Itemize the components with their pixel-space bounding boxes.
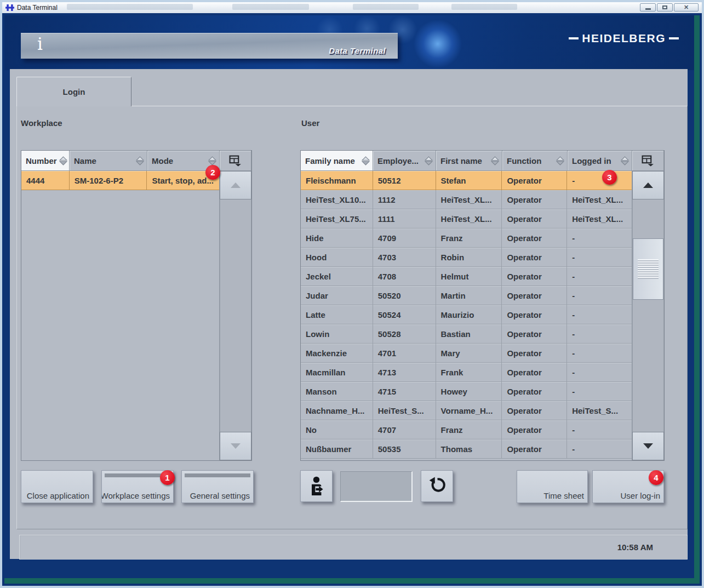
table-cell[interactable]: Macmillan <box>301 363 373 382</box>
table-cell[interactable]: Martin <box>436 286 502 305</box>
table-cell[interactable]: Bastian <box>436 324 502 344</box>
table-cell[interactable]: Operator <box>502 420 567 439</box>
table-cell[interactable]: 4709 <box>373 229 436 248</box>
table-cell[interactable]: - <box>567 324 632 344</box>
column-header-family-name[interactable]: Family name <box>301 151 373 171</box>
table-row[interactable]: Latte50524MaurizioOperator- <box>301 305 632 324</box>
vertical-scrollbar[interactable] <box>632 171 664 460</box>
table-row[interactable]: Lowin50528BastianOperator- <box>301 324 632 344</box>
tab-login[interactable]: Login <box>16 77 131 106</box>
column-header-first-name[interactable]: First name <box>436 151 502 171</box>
scrollbar-track[interactable] <box>220 199 251 432</box>
table-cell[interactable]: SM-102-6-P2 <box>70 171 147 190</box>
table-cell[interactable]: Franz <box>436 420 502 439</box>
scrollbar-track[interactable] <box>632 199 664 432</box>
table-row[interactable]: 4444SM-102-6-P2Start, stop, ad... <box>21 171 219 190</box>
table-cell[interactable]: - <box>567 420 632 439</box>
table-row[interactable]: Macmillan4713FrankOperator- <box>301 363 632 382</box>
table-cell[interactable]: HeiTest_XL... <box>436 190 502 209</box>
table-cell[interactable]: - <box>567 286 632 305</box>
table-row[interactable]: Nußbaumer50535ThomasOperator- <box>301 439 632 459</box>
table-row[interactable]: Manson4715HoweyOperator- <box>301 382 632 401</box>
table-cell[interactable]: Stefan <box>436 171 502 190</box>
general-settings-button[interactable]: General settings <box>181 470 254 503</box>
table-cell[interactable]: 50512 <box>373 171 436 190</box>
scrollbar-thumb[interactable] <box>633 238 663 300</box>
table-cell[interactable]: 50535 <box>373 439 436 459</box>
table-cell[interactable]: - <box>567 305 632 324</box>
time-sheet-button[interactable]: Time sheet <box>517 470 588 503</box>
table-row[interactable]: Nachname_H...HeiTest_S...Vorname_H...Ope… <box>301 401 632 420</box>
close-application-button[interactable]: Close application <box>21 470 93 503</box>
minimize-button[interactable] <box>640 3 656 12</box>
table-cell[interactable]: HeiTest_XL... <box>436 209 502 229</box>
table-cell[interactable]: 4703 <box>373 248 436 267</box>
table-cell[interactable]: 4715 <box>373 382 436 401</box>
table-cell[interactable]: Frank <box>436 363 502 382</box>
table-cell[interactable]: Operator <box>502 286 567 305</box>
table-cell[interactable]: - <box>567 229 632 248</box>
table-cell[interactable]: Operator <box>502 305 567 324</box>
table-cell[interactable]: Franz <box>436 229 502 248</box>
table-cell[interactable]: - <box>567 267 632 286</box>
table-cell[interactable]: 50524 <box>373 305 436 324</box>
scroll-down-button[interactable] <box>220 432 251 460</box>
table-cell[interactable]: Maurizio <box>436 305 502 324</box>
table-cell[interactable]: Thomas <box>436 439 502 459</box>
column-header-logged-in[interactable]: Logged in <box>568 151 632 171</box>
table-cell[interactable]: HeiTest_XL... <box>567 190 632 209</box>
table-row[interactable]: HeiTest_XL10...1112HeiTest_XL...Operator… <box>301 190 632 209</box>
table-row[interactable]: No4707FranzOperator- <box>301 420 632 439</box>
table-cell[interactable]: Helmut <box>436 267 502 286</box>
table-cell[interactable]: Operator <box>502 171 567 190</box>
table-cell[interactable]: Fleischmann <box>301 171 373 190</box>
table-cell[interactable]: Vorname_H... <box>436 401 502 420</box>
table-cell[interactable]: Mary <box>436 344 502 363</box>
scroll-down-button[interactable] <box>632 432 664 460</box>
table-cell[interactable]: Howey <box>436 382 502 401</box>
table-cell[interactable]: 4707 <box>373 420 436 439</box>
table-cell[interactable]: HeiTest_S... <box>567 401 632 420</box>
table-cell[interactable]: 1112 <box>373 190 436 209</box>
table-cell[interactable]: 50528 <box>373 324 436 344</box>
table-cell[interactable]: Operator <box>502 324 567 344</box>
table-cell[interactable]: Operator <box>502 267 567 286</box>
table-row[interactable]: HeiTest_XL75...1111HeiTest_XL...Operator… <box>301 209 632 229</box>
table-cell[interactable]: 50520 <box>373 286 436 305</box>
table-cell[interactable]: - <box>567 171 632 190</box>
table-cell[interactable]: - <box>567 439 632 459</box>
column-picker-button[interactable] <box>632 151 664 171</box>
vertical-scrollbar[interactable] <box>220 171 251 460</box>
column-header-name[interactable]: Name <box>70 151 147 171</box>
undo-button[interactable] <box>421 470 453 502</box>
scroll-up-button[interactable] <box>220 171 251 199</box>
table-cell[interactable]: 1111 <box>373 209 436 229</box>
table-row[interactable]: Hide4709FranzOperator- <box>301 229 632 248</box>
table-cell[interactable]: 4713 <box>373 363 436 382</box>
table-row[interactable]: Judar50520MartinOperator- <box>301 286 632 305</box>
table-cell[interactable]: Mackenzie <box>301 344 373 363</box>
scroll-up-button[interactable] <box>632 171 664 199</box>
table-cell[interactable]: Manson <box>301 382 373 401</box>
table-cell[interactable]: - <box>567 382 632 401</box>
table-cell[interactable]: Operator <box>502 439 567 459</box>
table-cell[interactable]: Nußbaumer <box>301 439 373 459</box>
table-row[interactable]: Mackenzie4701MaryOperator- <box>301 344 632 363</box>
table-cell[interactable]: Robin <box>436 248 502 267</box>
table-cell[interactable]: No <box>301 420 373 439</box>
table-cell[interactable]: Operator <box>502 209 567 229</box>
table-cell[interactable]: HeiTest_XL... <box>567 209 632 229</box>
table-cell[interactable]: Operator <box>502 190 567 209</box>
table-cell[interactable]: - <box>567 344 632 363</box>
table-cell[interactable]: 4701 <box>373 344 436 363</box>
table-cell[interactable]: Jeckel <box>301 267 373 286</box>
table-cell[interactable]: Latte <box>301 305 373 324</box>
table-cell[interactable]: 4708 <box>373 267 436 286</box>
table-row[interactable]: Hood4703RobinOperator- <box>301 248 632 267</box>
table-cell[interactable]: Operator <box>502 401 567 420</box>
table-cell[interactable]: Operator <box>502 229 567 248</box>
table-cell[interactable]: - <box>567 363 632 382</box>
table-cell[interactable]: 4444 <box>21 171 70 190</box>
table-row[interactable]: Fleischmann50512StefanOperator- <box>301 171 632 190</box>
column-picker-button[interactable] <box>220 151 251 171</box>
